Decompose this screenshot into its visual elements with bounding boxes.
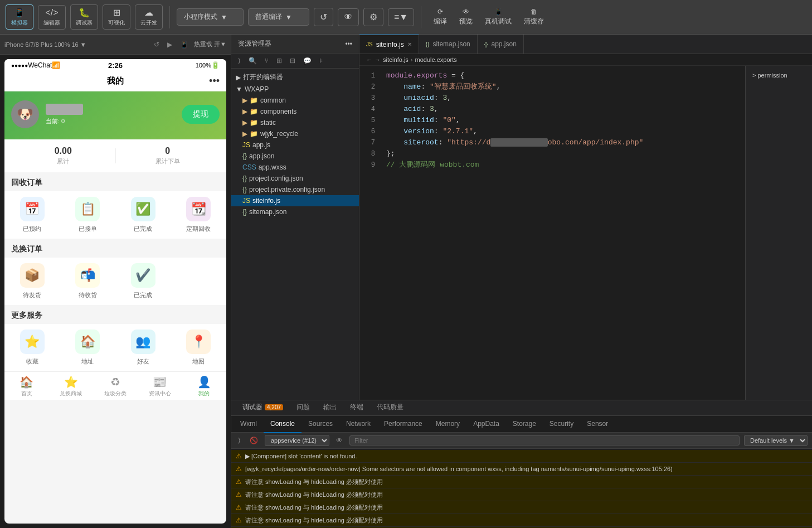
clear-cache-btn[interactable]: 🗑 清缓存 [518, 4, 550, 30]
tab-siteinfo[interactable]: JS siteinfo.js ✕ [359, 35, 419, 54]
file-sitemap[interactable]: {} sitemap.json [231, 206, 359, 217]
file-appjs[interactable]: JS app.js [231, 139, 359, 151]
stats-row: 0.00 累计 0 累计下单 [4, 139, 226, 172]
tab-sitemap[interactable]: {} sitemap.json [419, 35, 478, 54]
wxapp-section[interactable]: ▼ WXAPP [231, 84, 359, 95]
code-editor[interactable]: 1 module.exports = { 2 name: "智慧废品回收系统",… [359, 66, 745, 400]
phone-device-btn[interactable]: 📱 [178, 40, 191, 50]
tab-security[interactable]: Security [543, 415, 580, 433]
breadcrumb-arrow-fwd[interactable]: → [375, 56, 381, 63]
devtab-output[interactable]: 输出 [317, 399, 343, 417]
hot-reload-label[interactable]: 热重载 开▼ [194, 40, 226, 49]
tab-storage[interactable]: Storage [506, 415, 543, 433]
real-debug-icon: 📱 [494, 8, 503, 16]
tab-wxml[interactable]: Wxml [234, 415, 264, 433]
editor-btn[interactable]: </> 编辑器 [38, 5, 66, 30]
icon-pending-receive[interactable]: 📬 待收货 [60, 263, 116, 299]
section1-grid: 📅 已预约 📋 已接单 ✅ 已完成 📆 定期回收 [4, 191, 226, 239]
file-expand-btn[interactable]: ⟩ [236, 56, 243, 66]
nav-home[interactable]: 🏠 首页 [4, 375, 49, 398]
icon-booked-circle: 📅 [20, 197, 45, 221]
devtab-terminal[interactable]: 终端 [343, 399, 370, 417]
nav-dots[interactable]: ••• [209, 75, 220, 87]
file-split-btn[interactable]: ⊧ [317, 56, 325, 66]
tab-memory[interactable]: Memory [429, 415, 466, 433]
service-selector[interactable]: appservice (#12) [265, 435, 329, 446]
tab-appdata[interactable]: AppData [466, 415, 506, 433]
phone-refresh-btn[interactable]: ↺ [152, 40, 162, 50]
tab-siteinfo-icon: JS [366, 41, 373, 47]
breadcrumb-arrow-back[interactable]: ← [366, 56, 372, 63]
service-eye-btn[interactable]: 👁 [334, 435, 345, 445]
preview-action-btn[interactable]: 👁 预览 [454, 4, 478, 30]
real-debug-btn[interactable]: 📱 真机调试 [479, 4, 517, 30]
icon-done1[interactable]: ✅ 已完成 [115, 197, 171, 233]
console-filter-input[interactable] [349, 435, 740, 445]
log-text-2: [wjyk_recycle/pages/order-now/order-now]… [245, 464, 673, 473]
icon-periodic[interactable]: 📆 定期回收 [171, 197, 227, 233]
file-msg-btn[interactable]: 💬 [301, 56, 314, 66]
file-projconfig[interactable]: {} project.config.json [231, 173, 359, 184]
phone-play-btn[interactable]: ▶ [165, 40, 174, 50]
withdraw-btn[interactable]: 提现 [182, 105, 220, 124]
settings-btn[interactable]: ⚙ [363, 8, 383, 26]
icon-accepted[interactable]: 📋 已接单 [60, 197, 116, 233]
appjs-label: app.js [252, 141, 270, 149]
tab-siteinfo-close[interactable]: ✕ [407, 41, 412, 47]
tab-sources[interactable]: Sources [302, 415, 339, 433]
devtab-quality[interactable]: 代码质量 [370, 399, 410, 417]
console-block-btn[interactable]: 🚫 [247, 435, 260, 445]
file-search-btn[interactable]: 🔍 [246, 56, 259, 66]
devtab-problems[interactable]: 问题 [290, 399, 317, 417]
tab-network[interactable]: Network [339, 415, 377, 433]
nav-news[interactable]: 📰 资讯中心 [138, 375, 182, 398]
icon-pending-ship[interactable]: 📦 待发货 [4, 263, 60, 299]
tab-console[interactable]: Console [264, 415, 302, 433]
refresh-btn[interactable]: ↺ [314, 8, 333, 26]
tab-performance[interactable]: Performance [377, 415, 429, 433]
folder-static[interactable]: ▶ 📁 static [231, 117, 359, 128]
nav-recycle[interactable]: ♻ 垃圾分类 [93, 375, 138, 398]
app-name: WeChat [28, 61, 52, 69]
log-entry-4: ⚠ 请注意 showLoading 与 hideLoading 必须配对使用 [231, 488, 812, 501]
file-siteinfo[interactable]: JS siteinfo.js [231, 195, 359, 206]
mode-selector[interactable]: 小程序模式 ▼ [177, 8, 244, 26]
open-editors-section[interactable]: ▶ 打开的编辑器 [231, 71, 359, 84]
nav-mall[interactable]: ⭐ 兑换商城 [49, 375, 94, 398]
compile-selector[interactable]: 普通编译 ▼ [248, 8, 309, 26]
file-appjson[interactable]: {} app.json [231, 151, 359, 162]
icon-favorites[interactable]: ⭐ 收藏 [4, 330, 60, 366]
file-projprivate[interactable]: {} project.private.config.json [231, 184, 359, 195]
icon-booked[interactable]: 📅 已预约 [4, 197, 60, 233]
file-filter-btn[interactable]: ⊟ [288, 56, 298, 66]
compile-action-btn[interactable]: ⟳ 编译 [428, 4, 453, 30]
more-btn[interactable]: ≡▼ [388, 8, 414, 26]
nav-mine[interactable]: 👤 我的 [182, 375, 226, 398]
simulator-btn[interactable]: 📱 模拟器 [6, 4, 33, 30]
file-layout-btn[interactable]: ⊞ [274, 56, 284, 66]
tab-appjson[interactable]: {} app.json [478, 35, 524, 54]
file-appwxss[interactable]: CSS app.wxss [231, 162, 359, 173]
level-selector[interactable]: Default levels ▼ [744, 435, 808, 446]
visual-btn[interactable]: ⊞ 可视化 [103, 4, 130, 30]
icon-map[interactable]: 📍 地图 [171, 330, 227, 366]
cloud-btn[interactable]: ☁ 云开发 [135, 4, 163, 30]
file-panel-more[interactable]: ••• [345, 40, 352, 48]
tab-sensor[interactable]: Sensor [580, 415, 615, 433]
icon-address[interactable]: 🏠 地址 [60, 330, 116, 366]
devtab-debugger[interactable]: 调试器 4,207 [236, 399, 290, 417]
folder-components[interactable]: ▶ 📁 components [231, 106, 359, 117]
preview-eye-btn[interactable]: 👁 [338, 8, 359, 26]
folder-wjyk[interactable]: ▶ 📁 wjyk_recycle [231, 128, 359, 139]
editor-panel: JS siteinfo.js ✕ {} sitemap.json {} app.… [359, 35, 812, 400]
devtools-top-tabs: 调试器 4,207 问题 输出 终端 代码质量 [231, 400, 812, 416]
debug-btn[interactable]: 🐛 调试器 [70, 4, 98, 30]
folder-common[interactable]: ▶ 📁 common [231, 95, 359, 106]
permission-item[interactable]: > permission [750, 70, 808, 80]
tab-appjson-label: app.json [491, 40, 516, 48]
file-branch-btn[interactable]: ⑂ [262, 56, 271, 66]
console-expand-btn[interactable]: ⟩ [236, 435, 243, 445]
phone-model-label[interactable]: iPhone 6/7/8 Plus 100% 16 ▼ [4, 41, 86, 48]
icon-friends[interactable]: 👥 好友 [115, 330, 171, 366]
icon-done2[interactable]: ✔️ 已完成 [115, 263, 171, 299]
